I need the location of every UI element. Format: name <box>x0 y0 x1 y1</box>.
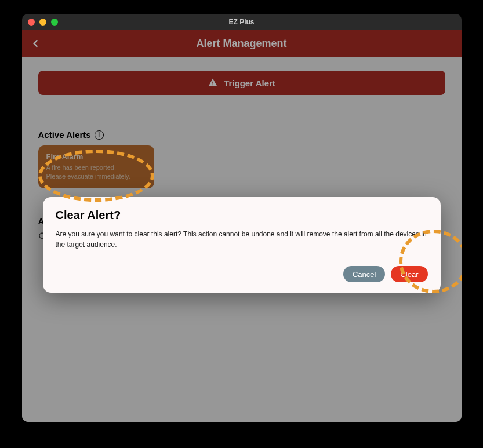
app-body: Alert Management Trigger Alert Active Al… <box>22 30 462 422</box>
dialog-title: Clear Alert? <box>56 209 428 222</box>
dialog-body: Are you sure you want to clear this aler… <box>56 229 428 250</box>
app-window: EZ Plus Alert Management Trigger Alert A… <box>22 14 462 422</box>
dialog-actions: Cancel Clear <box>56 266 428 282</box>
titlebar: EZ Plus <box>22 14 462 30</box>
clear-alert-dialog: Clear Alert? Are you sure you want to cl… <box>43 197 441 293</box>
cancel-button[interactable]: Cancel <box>343 266 385 282</box>
clear-button[interactable]: Clear <box>391 266 427 282</box>
window-title: EZ Plus <box>22 18 462 26</box>
